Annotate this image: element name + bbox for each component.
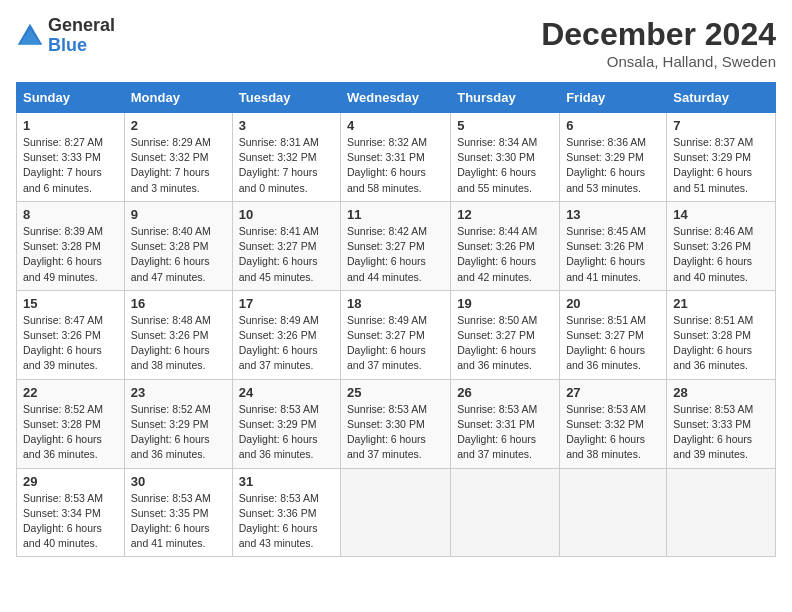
day-number: 20 [566, 296, 660, 311]
day-number: 12 [457, 207, 553, 222]
day-number: 13 [566, 207, 660, 222]
calendar-cell: 24Sunrise: 8:53 AMSunset: 3:29 PMDayligh… [232, 379, 340, 468]
calendar-cell: 23Sunrise: 8:52 AMSunset: 3:29 PMDayligh… [124, 379, 232, 468]
calendar-header-wednesday: Wednesday [341, 83, 451, 113]
day-number: 9 [131, 207, 226, 222]
logo-general-text: General [48, 16, 115, 36]
day-info: Sunrise: 8:50 AMSunset: 3:27 PMDaylight:… [457, 313, 553, 374]
calendar-cell: 12Sunrise: 8:44 AMSunset: 3:26 PMDayligh… [451, 201, 560, 290]
calendar-header-friday: Friday [560, 83, 667, 113]
day-info: Sunrise: 8:49 AMSunset: 3:27 PMDaylight:… [347, 313, 444, 374]
page-header: General Blue December 2024 Onsala, Halla… [16, 16, 776, 70]
calendar-cell: 11Sunrise: 8:42 AMSunset: 3:27 PMDayligh… [341, 201, 451, 290]
day-number: 27 [566, 385, 660, 400]
day-number: 3 [239, 118, 334, 133]
calendar-cell [451, 468, 560, 557]
day-number: 2 [131, 118, 226, 133]
day-number: 10 [239, 207, 334, 222]
calendar-cell: 21Sunrise: 8:51 AMSunset: 3:28 PMDayligh… [667, 290, 776, 379]
day-number: 22 [23, 385, 118, 400]
calendar-cell: 4Sunrise: 8:32 AMSunset: 3:31 PMDaylight… [341, 113, 451, 202]
calendar-cell: 20Sunrise: 8:51 AMSunset: 3:27 PMDayligh… [560, 290, 667, 379]
day-number: 8 [23, 207, 118, 222]
day-number: 24 [239, 385, 334, 400]
day-number: 17 [239, 296, 334, 311]
calendar-cell: 15Sunrise: 8:47 AMSunset: 3:26 PMDayligh… [17, 290, 125, 379]
calendar-cell: 5Sunrise: 8:34 AMSunset: 3:30 PMDaylight… [451, 113, 560, 202]
calendar-cell: 25Sunrise: 8:53 AMSunset: 3:30 PMDayligh… [341, 379, 451, 468]
day-info: Sunrise: 8:48 AMSunset: 3:26 PMDaylight:… [131, 313, 226, 374]
day-info: Sunrise: 8:41 AMSunset: 3:27 PMDaylight:… [239, 224, 334, 285]
calendar-header-saturday: Saturday [667, 83, 776, 113]
day-info: Sunrise: 8:52 AMSunset: 3:28 PMDaylight:… [23, 402, 118, 463]
day-info: Sunrise: 8:53 AMSunset: 3:35 PMDaylight:… [131, 491, 226, 552]
calendar-cell: 18Sunrise: 8:49 AMSunset: 3:27 PMDayligh… [341, 290, 451, 379]
logo-blue-text: Blue [48, 36, 115, 56]
calendar-cell: 17Sunrise: 8:49 AMSunset: 3:26 PMDayligh… [232, 290, 340, 379]
day-info: Sunrise: 8:51 AMSunset: 3:27 PMDaylight:… [566, 313, 660, 374]
title-block: December 2024 Onsala, Halland, Sweden [541, 16, 776, 70]
day-number: 7 [673, 118, 769, 133]
day-info: Sunrise: 8:49 AMSunset: 3:26 PMDaylight:… [239, 313, 334, 374]
calendar-header-sunday: Sunday [17, 83, 125, 113]
calendar-header-monday: Monday [124, 83, 232, 113]
calendar-header-thursday: Thursday [451, 83, 560, 113]
calendar-cell: 26Sunrise: 8:53 AMSunset: 3:31 PMDayligh… [451, 379, 560, 468]
location: Onsala, Halland, Sweden [541, 53, 776, 70]
calendar-cell: 2Sunrise: 8:29 AMSunset: 3:32 PMDaylight… [124, 113, 232, 202]
day-number: 21 [673, 296, 769, 311]
calendar-cell: 31Sunrise: 8:53 AMSunset: 3:36 PMDayligh… [232, 468, 340, 557]
calendar-week-1: 1Sunrise: 8:27 AMSunset: 3:33 PMDaylight… [17, 113, 776, 202]
day-info: Sunrise: 8:37 AMSunset: 3:29 PMDaylight:… [673, 135, 769, 196]
day-info: Sunrise: 8:27 AMSunset: 3:33 PMDaylight:… [23, 135, 118, 196]
calendar-cell: 13Sunrise: 8:45 AMSunset: 3:26 PMDayligh… [560, 201, 667, 290]
day-number: 28 [673, 385, 769, 400]
day-info: Sunrise: 8:53 AMSunset: 3:30 PMDaylight:… [347, 402, 444, 463]
calendar-week-3: 15Sunrise: 8:47 AMSunset: 3:26 PMDayligh… [17, 290, 776, 379]
day-info: Sunrise: 8:44 AMSunset: 3:26 PMDaylight:… [457, 224, 553, 285]
calendar-cell: 14Sunrise: 8:46 AMSunset: 3:26 PMDayligh… [667, 201, 776, 290]
day-info: Sunrise: 8:53 AMSunset: 3:34 PMDaylight:… [23, 491, 118, 552]
logo-text: General Blue [48, 16, 115, 56]
calendar-table: SundayMondayTuesdayWednesdayThursdayFrid… [16, 82, 776, 557]
calendar-cell: 1Sunrise: 8:27 AMSunset: 3:33 PMDaylight… [17, 113, 125, 202]
day-info: Sunrise: 8:42 AMSunset: 3:27 PMDaylight:… [347, 224, 444, 285]
day-info: Sunrise: 8:29 AMSunset: 3:32 PMDaylight:… [131, 135, 226, 196]
day-number: 1 [23, 118, 118, 133]
day-info: Sunrise: 8:53 AMSunset: 3:32 PMDaylight:… [566, 402, 660, 463]
day-info: Sunrise: 8:53 AMSunset: 3:36 PMDaylight:… [239, 491, 334, 552]
calendar-week-2: 8Sunrise: 8:39 AMSunset: 3:28 PMDaylight… [17, 201, 776, 290]
calendar-cell: 6Sunrise: 8:36 AMSunset: 3:29 PMDaylight… [560, 113, 667, 202]
day-number: 25 [347, 385, 444, 400]
day-info: Sunrise: 8:40 AMSunset: 3:28 PMDaylight:… [131, 224, 226, 285]
day-number: 31 [239, 474, 334, 489]
calendar-cell: 22Sunrise: 8:52 AMSunset: 3:28 PMDayligh… [17, 379, 125, 468]
day-info: Sunrise: 8:32 AMSunset: 3:31 PMDaylight:… [347, 135, 444, 196]
day-number: 15 [23, 296, 118, 311]
day-number: 23 [131, 385, 226, 400]
calendar-cell: 29Sunrise: 8:53 AMSunset: 3:34 PMDayligh… [17, 468, 125, 557]
day-number: 5 [457, 118, 553, 133]
calendar-cell [560, 468, 667, 557]
calendar-cell: 3Sunrise: 8:31 AMSunset: 3:32 PMDaylight… [232, 113, 340, 202]
day-info: Sunrise: 8:53 AMSunset: 3:33 PMDaylight:… [673, 402, 769, 463]
day-info: Sunrise: 8:36 AMSunset: 3:29 PMDaylight:… [566, 135, 660, 196]
logo: General Blue [16, 16, 115, 56]
calendar-cell: 19Sunrise: 8:50 AMSunset: 3:27 PMDayligh… [451, 290, 560, 379]
calendar-cell [667, 468, 776, 557]
day-number: 14 [673, 207, 769, 222]
day-info: Sunrise: 8:53 AMSunset: 3:31 PMDaylight:… [457, 402, 553, 463]
day-info: Sunrise: 8:31 AMSunset: 3:32 PMDaylight:… [239, 135, 334, 196]
day-info: Sunrise: 8:46 AMSunset: 3:26 PMDaylight:… [673, 224, 769, 285]
day-number: 26 [457, 385, 553, 400]
day-number: 29 [23, 474, 118, 489]
day-info: Sunrise: 8:53 AMSunset: 3:29 PMDaylight:… [239, 402, 334, 463]
day-number: 30 [131, 474, 226, 489]
day-info: Sunrise: 8:45 AMSunset: 3:26 PMDaylight:… [566, 224, 660, 285]
calendar-header-row: SundayMondayTuesdayWednesdayThursdayFrid… [17, 83, 776, 113]
logo-icon [16, 22, 44, 50]
day-number: 18 [347, 296, 444, 311]
day-number: 16 [131, 296, 226, 311]
day-info: Sunrise: 8:47 AMSunset: 3:26 PMDaylight:… [23, 313, 118, 374]
calendar-cell: 30Sunrise: 8:53 AMSunset: 3:35 PMDayligh… [124, 468, 232, 557]
